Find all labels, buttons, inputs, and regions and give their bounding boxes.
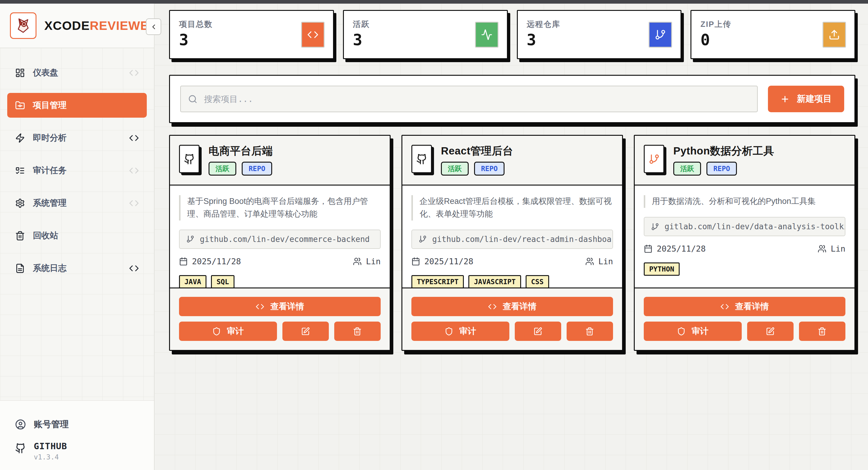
edit-button[interactable] <box>747 322 794 341</box>
stat-card-active: 活跃 3 <box>343 10 508 59</box>
view-details-button[interactable]: 查看详情 <box>644 297 845 316</box>
sidebar-item-instant-analysis[interactable]: 即时分析 <box>7 125 147 150</box>
footer-actions-row: 审计 <box>411 322 613 341</box>
github-version-block[interactable]: GITHUB v1.3.4 <box>7 437 147 461</box>
owner-text: Lin <box>366 257 381 266</box>
app-version: v1.3.4 <box>34 453 67 461</box>
code-icon <box>307 29 318 40</box>
search-icon <box>188 94 197 104</box>
search-box[interactable] <box>180 86 758 112</box>
code-badge-icon <box>129 198 139 208</box>
activity-icon <box>481 29 493 40</box>
delete-button[interactable] <box>334 322 381 341</box>
sidebar-item-system-admin[interactable]: 系统管理 <box>7 190 147 215</box>
project-card-header: React管理后台 活跃 REPO <box>402 136 622 185</box>
calendar-icon <box>644 244 652 253</box>
search-input[interactable] <box>204 94 750 105</box>
sidebar-item-dashboard[interactable]: 仪表盘 <box>7 60 147 85</box>
project-date: 2025/11/28 <box>179 257 241 266</box>
dashboard-icon <box>15 68 25 78</box>
sidebar-nav: 仪表盘 项目管理 即时分析 审计任务 <box>0 48 154 400</box>
status-badge-active: 活跃 <box>673 162 701 176</box>
edit-icon <box>533 327 542 336</box>
sidebar: XCODEREVIEWER 仪表盘 项目管理 即时分析 <box>0 4 154 470</box>
logo-icon <box>15 17 32 34</box>
code-icon <box>488 302 497 311</box>
edit-button[interactable] <box>515 322 561 341</box>
app-wordmark: XCODEREVIEWER <box>44 19 158 33</box>
trash-icon <box>15 231 25 241</box>
sidebar-item-account[interactable]: 账号管理 <box>7 412 147 437</box>
stat-icon-tile <box>823 22 846 48</box>
project-repo-url: github.com/lin-dev/react-admin-dashboard <box>411 230 613 249</box>
audit-button[interactable]: 审计 <box>644 322 742 341</box>
sidebar-footer: 账号管理 GITHUB v1.3.4 <box>0 400 154 470</box>
calendar-icon <box>411 257 420 266</box>
calendar-icon <box>179 257 188 266</box>
search-panel: 新建项目 <box>169 75 855 123</box>
project-owner: Lin <box>585 257 613 266</box>
audit-button[interactable]: 审计 <box>411 322 509 341</box>
project-card-body: 企业级React管理后台模板，集成权限管理、数据可视化、表单处理等功能 gith… <box>402 185 622 288</box>
user-circle-icon <box>15 419 26 430</box>
project-card-python-toolkit: Python数据分析工具 活跃 REPO 用于数据清洗、分析和可视化的Pytho… <box>634 135 855 351</box>
project-tags: PYTHON <box>644 262 845 276</box>
owner-text: Lin <box>831 244 845 254</box>
project-card-header: Python数据分析工具 活跃 REPO <box>635 136 855 185</box>
project-date: 2025/11/28 <box>411 257 473 266</box>
repo-url-text: github.com/lin-dev/react-admin-dashboard <box>432 235 613 244</box>
owner-text: Lin <box>598 257 613 266</box>
code-icon <box>720 302 729 311</box>
git-branch-icon <box>655 29 666 40</box>
github-icon <box>15 443 26 454</box>
view-details-button[interactable]: 查看详情 <box>411 297 613 316</box>
gear-icon <box>15 198 25 208</box>
stat-icon-tile <box>649 22 672 48</box>
sidebar-item-system-logs[interactable]: 系统日志 <box>7 256 147 281</box>
status-badge-active: 活跃 <box>441 162 469 176</box>
project-description: 用于数据清洗、分析和可视化的Python工具集 <box>644 195 845 208</box>
folder-git-icon <box>15 100 25 110</box>
sidebar-item-recycle-bin[interactable]: 回收站 <box>7 223 147 248</box>
project-title: 电商平台后端 <box>209 145 273 157</box>
code-badge-icon <box>129 68 139 78</box>
language-tag: CSS <box>526 275 549 288</box>
sidebar-item-audit-tasks[interactable]: 审计任务 <box>7 158 147 183</box>
project-head-text: Python数据分析工具 活跃 REPO <box>673 145 774 176</box>
stat-card-total-projects: 项目总数 3 <box>169 10 334 59</box>
date-text: 2025/11/28 <box>192 257 241 266</box>
project-cards-row: 电商平台后端 活跃 REPO 基于Spring Boot的电商平台后端服务，包含… <box>169 135 855 351</box>
sidebar-logo-area: XCODEREVIEWER <box>0 4 154 48</box>
delete-button[interactable] <box>567 322 613 341</box>
project-description: 基于Spring Boot的电商平台后端服务，包含用户管理、商品管理、订单处理等… <box>179 195 381 221</box>
git-branch-icon <box>649 153 660 165</box>
project-card-header: 电商平台后端 活跃 REPO <box>170 136 390 185</box>
sidebar-item-projects[interactable]: 项目管理 <box>7 93 147 118</box>
edit-icon <box>301 327 310 336</box>
sidebar-item-label: 回收站 <box>33 230 58 241</box>
code-badge-icon <box>129 263 139 273</box>
audit-button[interactable]: 审计 <box>179 322 277 341</box>
project-title: React管理后台 <box>441 145 513 157</box>
git-branch-icon <box>186 235 194 243</box>
type-badge-repo: REPO <box>707 162 737 176</box>
project-repo-url: gitlab.com/lin-dev/data-analysis-toolkit <box>644 217 845 236</box>
project-card-body: 基于Spring Boot的电商平台后端服务，包含用户管理、商品管理、订单处理等… <box>170 185 390 288</box>
sidebar-item-label: 仪表盘 <box>33 67 58 79</box>
code-badge-icon <box>129 166 139 176</box>
project-date: 2025/11/28 <box>644 244 706 254</box>
sidebar-item-label: 系统日志 <box>33 262 67 274</box>
new-project-label: 新建项目 <box>797 93 832 105</box>
new-project-button[interactable]: 新建项目 <box>768 86 844 112</box>
shield-icon <box>212 327 221 336</box>
github-icon <box>416 153 427 165</box>
delete-button[interactable] <box>799 322 845 341</box>
stat-icon-tile <box>301 22 324 48</box>
view-details-label: 查看详情 <box>503 301 536 312</box>
edit-button[interactable] <box>282 322 329 341</box>
view-details-button[interactable]: 查看详情 <box>179 297 381 316</box>
app-shell: XCODEREVIEWER 仪表盘 项目管理 即时分析 <box>0 4 868 470</box>
project-description: 企业级React管理后台模板，集成权限管理、数据可视化、表单处理等功能 <box>411 195 613 221</box>
sidebar-collapse-button[interactable] <box>146 19 161 35</box>
footer-actions-row: 审计 <box>644 322 845 341</box>
